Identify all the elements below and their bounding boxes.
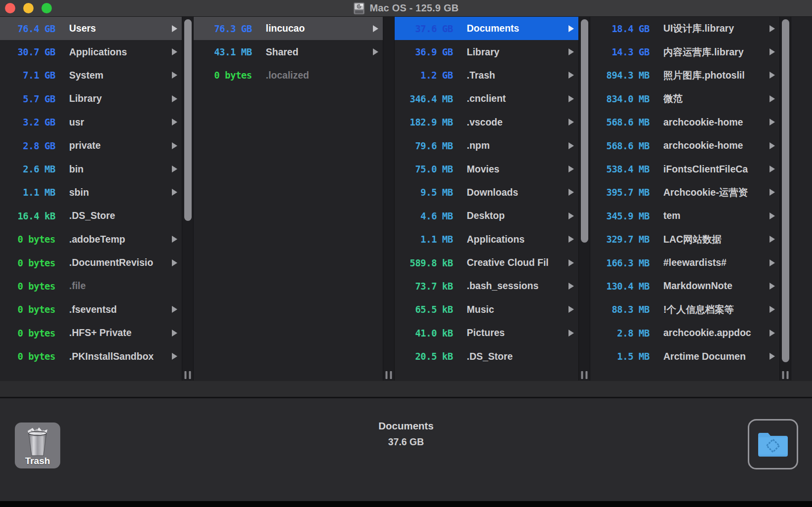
file-row[interactable]: 0 bytes.file [0,274,182,297]
file-row[interactable]: 76.4 GBUsers [0,17,182,40]
reveal-in-finder-button[interactable] [748,419,798,469]
file-row[interactable]: 88.3 MB!个人信息档案等 [590,298,779,321]
file-name: Library [467,46,578,58]
file-row[interactable]: 3.2 GBusr [0,111,182,134]
scrollbar-thumb[interactable] [581,19,588,243]
column-resize-grip[interactable] [782,371,789,379]
file-row[interactable]: 346.4 MB.cnclient [395,87,578,110]
file-row[interactable]: 1.2 GB.Trash [395,64,578,87]
file-row[interactable]: 0 bytes.DocumentRevisio [0,251,182,274]
file-size: 5.7 GB [0,93,55,104]
chevron-right-icon [172,142,177,149]
chevron-right-icon [172,119,177,126]
file-name: usr [69,117,182,128]
disk-drive-icon [353,2,365,15]
file-row[interactable]: 894.3 MB照片图库.photoslil [590,64,779,87]
file-size: 568.6 MB [590,140,650,151]
chevron-right-icon [172,189,177,196]
scrollbar-column-root[interactable] [182,17,194,380]
file-row[interactable]: 4.6 MBDesktop [395,204,578,227]
column-resize-grip[interactable] [185,371,191,379]
file-row[interactable]: 0 bytes.fseventsd [0,298,182,321]
file-name: .localized [266,70,383,81]
file-row[interactable]: 568.6 MBarchcookie-home [590,134,779,157]
column-resize-grip[interactable] [386,371,392,379]
file-row[interactable]: 1.1 MBApplications [395,228,578,251]
scrollbar-column-users[interactable] [383,17,395,380]
file-row[interactable]: 41.0 kBPictures [395,321,578,344]
file-row[interactable]: 568.6 MBarchcookie-home [590,111,779,134]
file-row[interactable]: 14.3 GB内容运营库.library [590,40,779,63]
zoom-button[interactable] [41,3,52,13]
file-row[interactable]: 538.4 MBiFontsClientFileCa [590,157,779,180]
file-row[interactable]: 0 bytes.localized [194,64,383,87]
file-size: 41.0 kB [395,328,453,338]
file-row[interactable]: 5.7 GBLibrary [0,87,182,110]
file-row[interactable]: 79.6 MB.npm [395,134,578,157]
chevron-right-icon [373,25,378,32]
screen-bottom-edge [0,501,812,507]
file-name: Archcookie-运营资 [663,186,779,199]
file-row[interactable]: 589.8 kBCreative Cloud Fil [395,251,578,274]
scrollbar-thumb[interactable] [184,19,192,221]
file-row[interactable]: 0 bytes.HFS+ Private [0,321,182,344]
file-row[interactable]: 166.3 MB#leewardists# [590,251,779,274]
file-row[interactable]: 16.4 kB.DS_Store [0,204,182,227]
column-resize-grip[interactable] [581,371,588,379]
file-size: 395.7 MB [590,187,650,198]
file-row[interactable]: 395.7 MBArchcookie-运营资 [590,181,779,204]
file-row[interactable]: 1.1 MBsbin [0,181,182,204]
file-size: 0 bytes [0,304,55,315]
file-row[interactable]: 834.0 MB微范 [590,87,779,110]
file-row[interactable]: 18.4 GBUI设计库.library [590,17,779,40]
chevron-right-icon [568,142,574,149]
file-row[interactable]: 329.7 MBLAC网站数据 [590,228,779,251]
file-row[interactable]: 9.5 MBDownloads [395,181,578,204]
file-name: iFontsClientFileCa [663,164,779,175]
chevron-right-icon [568,236,574,243]
file-row[interactable]: 345.9 MBtem [590,204,779,227]
file-size: 538.4 MB [590,164,650,174]
file-row[interactable]: 20.5 kB.DS_Store [395,344,578,368]
scrollbar-thumb[interactable] [782,19,789,362]
file-row[interactable]: 2.8 MBarchcookie.appdoc [590,321,779,344]
chevron-right-icon [172,353,177,360]
chevron-right-icon [568,212,574,219]
chevron-right-icon [770,236,775,243]
file-row[interactable]: 2.8 GBprivate [0,134,182,157]
scrollbar-column-documents[interactable] [779,17,791,380]
chevron-right-icon [568,48,574,55]
file-row[interactable]: 43.1 MBShared [194,40,383,63]
file-size: 0 bytes [0,351,55,362]
file-row[interactable]: 75.0 MBMovies [395,157,578,180]
file-row[interactable]: 76.3 GBlincucao [194,17,383,40]
file-size: 75.0 MB [395,164,453,174]
file-row[interactable]: 37.6 GBDocuments [395,17,578,40]
file-row[interactable]: 30.7 GBApplications [0,40,182,63]
file-name: Desktop [467,210,578,221]
file-row[interactable]: 0 bytes.adobeTemp [0,228,182,251]
file-row[interactable]: 182.9 MB.vscode [395,111,578,134]
close-button[interactable] [5,3,15,13]
chevron-right-icon [568,25,574,32]
chevron-right-icon [770,48,775,55]
file-row[interactable]: 2.6 MBbin [0,157,182,180]
file-size: 20.5 kB [395,351,453,362]
file-name: tem [663,210,779,221]
file-row[interactable]: 36.9 GBLibrary [395,40,578,63]
file-name: .npm [467,140,578,151]
file-row[interactable]: 7.1 GBSystem [0,64,182,87]
file-row[interactable]: 73.7 kB.bash_sessions [395,274,578,297]
file-row[interactable]: 130.4 MBMarkdownNote [590,274,779,297]
file-name: .DS_Store [467,351,578,362]
file-row[interactable]: 0 bytes.PKInstallSandbox [0,344,182,368]
file-name: !个人信息档案等 [663,303,779,316]
file-row[interactable]: 65.5 kBMusic [395,298,578,321]
minimize-button[interactable] [23,3,34,13]
file-name: .fseventsd [69,304,182,315]
chevron-right-icon [770,189,775,196]
file-size: 79.6 MB [395,140,453,151]
file-size: 182.9 MB [395,117,453,127]
file-row[interactable]: 1.5 MBArctime Documen [590,344,779,368]
scrollbar-column-home[interactable] [578,17,590,380]
